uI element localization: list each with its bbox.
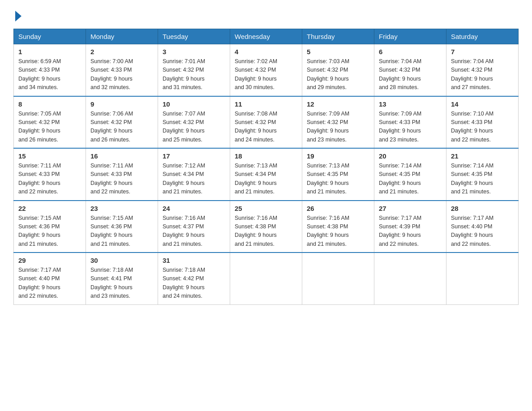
day-number: 20 (379, 152, 442, 160)
day-number: 15 (18, 152, 81, 160)
page-header (13, 9, 519, 21)
day-number: 8 (18, 100, 81, 108)
day-number: 5 (307, 48, 369, 56)
day-number: 14 (451, 100, 514, 108)
day-number: 11 (235, 100, 297, 108)
day-info: Sunrise: 7:18 AM Sunset: 4:41 PM Dayligh… (90, 266, 153, 301)
day-number: 22 (18, 205, 81, 212)
day-info: Sunrise: 7:02 AM Sunset: 4:32 PM Dayligh… (235, 57, 297, 92)
calendar-table: SundayMondayTuesdayWednesdayThursdayFrid… (13, 29, 519, 305)
day-info: Sunrise: 6:59 AM Sunset: 4:33 PM Dayligh… (18, 57, 81, 92)
calendar-header-tuesday: Tuesday (158, 29, 230, 44)
calendar-cell: 4 Sunrise: 7:02 AM Sunset: 4:32 PM Dayli… (230, 44, 302, 96)
day-info: Sunrise: 7:04 AM Sunset: 4:32 PM Dayligh… (451, 57, 514, 92)
calendar-cell: 13 Sunrise: 7:09 AM Sunset: 4:33 PM Dayl… (374, 96, 446, 149)
calendar-cell: 23 Sunrise: 7:15 AM Sunset: 4:36 PM Dayl… (86, 201, 158, 253)
day-number: 30 (90, 257, 153, 264)
day-number: 12 (307, 100, 369, 108)
day-info: Sunrise: 7:16 AM Sunset: 4:38 PM Dayligh… (307, 214, 369, 249)
calendar-cell: 2 Sunrise: 7:00 AM Sunset: 4:33 PM Dayli… (86, 44, 158, 96)
calendar-cell: 7 Sunrise: 7:04 AM Sunset: 4:32 PM Dayli… (446, 44, 519, 96)
day-info: Sunrise: 7:13 AM Sunset: 4:35 PM Dayligh… (307, 162, 369, 197)
calendar-cell (446, 253, 519, 304)
day-number: 24 (163, 205, 225, 212)
day-info: Sunrise: 7:17 AM Sunset: 4:40 PM Dayligh… (451, 214, 514, 249)
day-number: 28 (451, 205, 514, 212)
day-number: 27 (379, 205, 442, 212)
day-number: 18 (235, 152, 297, 160)
calendar-cell (230, 253, 302, 304)
day-info: Sunrise: 7:17 AM Sunset: 4:39 PM Dayligh… (379, 214, 442, 249)
calendar-cell: 1 Sunrise: 6:59 AM Sunset: 4:33 PM Dayli… (14, 44, 86, 96)
calendar-cell: 22 Sunrise: 7:15 AM Sunset: 4:36 PM Dayl… (14, 201, 86, 253)
day-info: Sunrise: 7:09 AM Sunset: 4:32 PM Dayligh… (307, 110, 369, 145)
calendar-cell: 29 Sunrise: 7:17 AM Sunset: 4:40 PM Dayl… (14, 253, 86, 304)
day-number: 21 (451, 152, 514, 160)
day-number: 23 (90, 205, 153, 212)
calendar-cell (302, 253, 374, 304)
day-info: Sunrise: 7:14 AM Sunset: 4:35 PM Dayligh… (451, 162, 514, 197)
day-number: 16 (90, 152, 153, 160)
day-info: Sunrise: 7:05 AM Sunset: 4:32 PM Dayligh… (18, 110, 81, 145)
calendar-cell: 6 Sunrise: 7:04 AM Sunset: 4:32 PM Dayli… (374, 44, 446, 96)
day-info: Sunrise: 7:00 AM Sunset: 4:33 PM Dayligh… (90, 57, 153, 92)
day-info: Sunrise: 7:15 AM Sunset: 4:36 PM Dayligh… (18, 214, 81, 249)
day-number: 4 (235, 48, 297, 56)
calendar-cell: 30 Sunrise: 7:18 AM Sunset: 4:41 PM Dayl… (86, 253, 158, 304)
calendar-header-thursday: Thursday (302, 29, 374, 44)
day-info: Sunrise: 7:18 AM Sunset: 4:42 PM Dayligh… (163, 266, 225, 301)
day-info: Sunrise: 7:12 AM Sunset: 4:34 PM Dayligh… (163, 162, 225, 197)
day-info: Sunrise: 7:04 AM Sunset: 4:32 PM Dayligh… (379, 57, 442, 92)
calendar-header-sunday: Sunday (14, 29, 86, 44)
day-info: Sunrise: 7:16 AM Sunset: 4:37 PM Dayligh… (163, 214, 225, 249)
calendar-cell: 31 Sunrise: 7:18 AM Sunset: 4:42 PM Dayl… (158, 253, 230, 304)
day-number: 10 (163, 100, 225, 108)
calendar-cell: 16 Sunrise: 7:11 AM Sunset: 4:33 PM Dayl… (86, 148, 158, 201)
day-info: Sunrise: 7:11 AM Sunset: 4:33 PM Dayligh… (18, 162, 81, 197)
calendar-cell: 24 Sunrise: 7:16 AM Sunset: 4:37 PM Dayl… (158, 201, 230, 253)
calendar-cell: 25 Sunrise: 7:16 AM Sunset: 4:38 PM Dayl… (230, 201, 302, 253)
calendar-cell: 3 Sunrise: 7:01 AM Sunset: 4:32 PM Dayli… (158, 44, 230, 96)
day-info: Sunrise: 7:06 AM Sunset: 4:32 PM Dayligh… (90, 110, 153, 145)
day-number: 9 (90, 100, 153, 108)
day-number: 6 (379, 48, 442, 56)
day-info: Sunrise: 7:11 AM Sunset: 4:33 PM Dayligh… (90, 162, 153, 197)
day-info: Sunrise: 7:09 AM Sunset: 4:33 PM Dayligh… (379, 110, 442, 145)
calendar-cell: 8 Sunrise: 7:05 AM Sunset: 4:32 PM Dayli… (14, 96, 86, 149)
calendar-cell: 28 Sunrise: 7:17 AM Sunset: 4:40 PM Dayl… (446, 201, 519, 253)
day-number: 19 (307, 152, 369, 160)
calendar-cell: 27 Sunrise: 7:17 AM Sunset: 4:39 PM Dayl… (374, 201, 446, 253)
day-info: Sunrise: 7:08 AM Sunset: 4:32 PM Dayligh… (235, 110, 297, 145)
calendar-cell: 12 Sunrise: 7:09 AM Sunset: 4:32 PM Dayl… (302, 96, 374, 149)
day-info: Sunrise: 7:14 AM Sunset: 4:35 PM Dayligh… (379, 162, 442, 197)
day-info: Sunrise: 7:13 AM Sunset: 4:34 PM Dayligh… (235, 162, 297, 197)
calendar-cell: 5 Sunrise: 7:03 AM Sunset: 4:32 PM Dayli… (302, 44, 374, 96)
calendar-cell: 19 Sunrise: 7:13 AM Sunset: 4:35 PM Dayl… (302, 148, 374, 201)
day-number: 1 (18, 48, 81, 56)
day-number: 26 (307, 205, 369, 212)
calendar-header-wednesday: Wednesday (230, 29, 302, 44)
day-info: Sunrise: 7:16 AM Sunset: 4:38 PM Dayligh… (235, 214, 297, 249)
day-number: 25 (235, 205, 297, 212)
calendar-cell: 18 Sunrise: 7:13 AM Sunset: 4:34 PM Dayl… (230, 148, 302, 201)
day-info: Sunrise: 7:15 AM Sunset: 4:36 PM Dayligh… (90, 214, 153, 249)
day-info: Sunrise: 7:17 AM Sunset: 4:40 PM Dayligh… (18, 266, 81, 301)
day-info: Sunrise: 7:03 AM Sunset: 4:32 PM Dayligh… (307, 57, 369, 92)
day-info: Sunrise: 7:01 AM Sunset: 4:32 PM Dayligh… (163, 57, 225, 92)
day-number: 3 (163, 48, 225, 56)
calendar-cell: 10 Sunrise: 7:07 AM Sunset: 4:32 PM Dayl… (158, 96, 230, 149)
calendar-cell (374, 253, 446, 304)
calendar-cell: 17 Sunrise: 7:12 AM Sunset: 4:34 PM Dayl… (158, 148, 230, 201)
calendar-cell: 21 Sunrise: 7:14 AM Sunset: 4:35 PM Dayl… (446, 148, 519, 201)
day-number: 13 (379, 100, 442, 108)
calendar-cell: 20 Sunrise: 7:14 AM Sunset: 4:35 PM Dayl… (374, 148, 446, 201)
day-number: 17 (163, 152, 225, 160)
day-info: Sunrise: 7:10 AM Sunset: 4:33 PM Dayligh… (451, 110, 514, 145)
calendar-header-friday: Friday (374, 29, 446, 44)
day-info: Sunrise: 7:07 AM Sunset: 4:32 PM Dayligh… (163, 110, 225, 145)
day-number: 29 (18, 257, 81, 264)
calendar-header-saturday: Saturday (446, 29, 519, 44)
calendar-cell: 9 Sunrise: 7:06 AM Sunset: 4:32 PM Dayli… (86, 96, 158, 149)
calendar-cell: 26 Sunrise: 7:16 AM Sunset: 4:38 PM Dayl… (302, 201, 374, 253)
day-number: 7 (451, 48, 514, 56)
